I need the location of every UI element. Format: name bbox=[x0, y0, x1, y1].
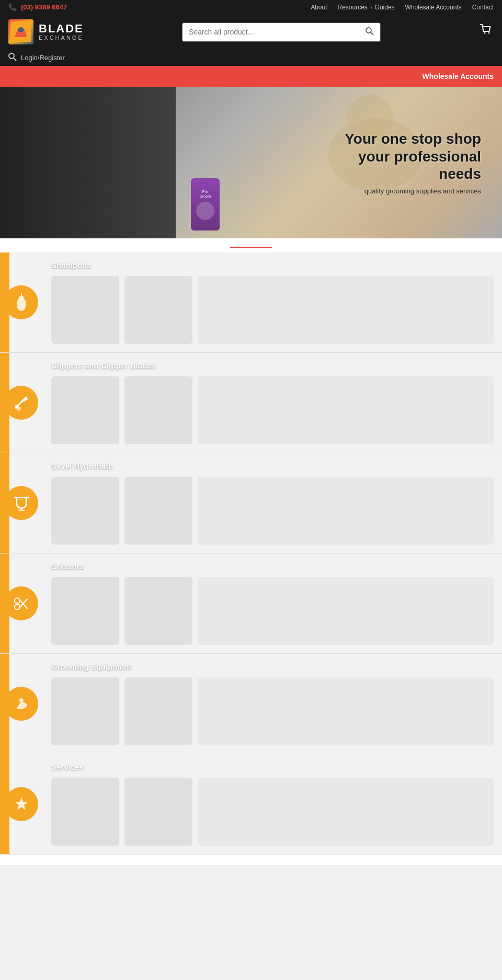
cart-icon[interactable] bbox=[479, 23, 494, 41]
svg-point-20 bbox=[15, 598, 20, 603]
logo-svg bbox=[10, 21, 31, 42]
divider-line bbox=[230, 247, 272, 248]
categories-section: Shampoos Clippers and Clipper Blades bbox=[0, 238, 502, 865]
services-card-wide[interactable] bbox=[198, 778, 494, 846]
grooming-icon bbox=[12, 694, 31, 714]
shampoos-cards bbox=[51, 276, 494, 344]
svg-point-21 bbox=[15, 604, 20, 609]
top-bar: 📞 (03) 9369 6647 About Resources + Guide… bbox=[0, 0, 502, 14]
wholesale-label[interactable]: Wholesale Accounts bbox=[423, 72, 494, 80]
scissors-card-1[interactable] bbox=[51, 577, 119, 645]
top-bar-left: 📞 (03) 9369 6647 bbox=[8, 3, 67, 11]
hydrobath-title: Savel Hydrobath bbox=[51, 462, 494, 470]
phone-number[interactable]: (03) 9369 6647 bbox=[21, 3, 67, 11]
category-circle-grooming[interactable] bbox=[4, 687, 38, 721]
shampoos-title: Shampoos bbox=[51, 261, 494, 270]
login-register-link[interactable]: Login/Register bbox=[21, 54, 65, 62]
shampoos-card-wide[interactable] bbox=[198, 276, 494, 344]
svg-point-5 bbox=[484, 32, 486, 34]
category-content-clippers: Clippers and Clipper Blades bbox=[36, 353, 502, 453]
category-row-scissors: Scissors bbox=[0, 554, 502, 654]
category-content-shampoos: Shampoos bbox=[36, 252, 502, 352]
category-row-hydrobath: Savel Hydrobath bbox=[0, 453, 502, 554]
hydrobath-card-1[interactable] bbox=[51, 477, 119, 545]
services-title: Services bbox=[51, 763, 494, 771]
svg-line-4 bbox=[371, 32, 373, 35]
svg-point-3 bbox=[366, 28, 371, 33]
brand-sub: EXCHANGE bbox=[39, 34, 84, 41]
search-bar bbox=[182, 22, 381, 42]
search-input[interactable] bbox=[182, 24, 359, 40]
wholesale-banner: Wholesale Accounts bbox=[0, 66, 502, 87]
circle-container-shampoos bbox=[9, 252, 36, 352]
grooming-title: Grooming Equipment bbox=[51, 662, 494, 671]
category-circle-services[interactable] bbox=[4, 787, 38, 821]
brand-name: BLADE bbox=[39, 23, 84, 34]
shampoos-icon bbox=[12, 293, 31, 313]
hydrobath-cards bbox=[51, 477, 494, 545]
scissors-card-wide[interactable] bbox=[198, 577, 494, 645]
scissors-cards bbox=[51, 577, 494, 645]
category-content-grooming: Grooming Equipment bbox=[36, 654, 502, 754]
auth-bar: Login/Register bbox=[0, 50, 502, 66]
services-cards bbox=[51, 778, 494, 846]
grooming-cards bbox=[51, 677, 494, 745]
search-submit-button[interactable] bbox=[359, 23, 380, 41]
mini-search-icon[interactable] bbox=[8, 53, 17, 63]
hydrobath-card-2[interactable] bbox=[124, 477, 192, 545]
category-row-services: Services bbox=[0, 754, 502, 855]
hydrobath-icon bbox=[12, 493, 31, 513]
hero-subtext: quality grooming supplies and services bbox=[345, 187, 481, 195]
nav-contact[interactable]: Contact bbox=[472, 4, 494, 11]
hero-section: ProGroom Your one stop shop your profess… bbox=[0, 87, 502, 238]
svg-point-7 bbox=[9, 53, 14, 59]
search-icon bbox=[366, 27, 374, 36]
clippers-card-2[interactable] bbox=[124, 376, 192, 444]
category-row-grooming-equipment: Grooming Equipment bbox=[0, 654, 502, 754]
circle-container-grooming bbox=[9, 654, 36, 754]
services-card-2[interactable] bbox=[124, 778, 192, 846]
svg-marker-26 bbox=[15, 797, 28, 810]
clippers-card-1[interactable] bbox=[51, 376, 119, 444]
circle-container-scissors bbox=[9, 554, 36, 653]
category-row-clippers: Clippers and Clipper Blades bbox=[0, 353, 502, 453]
hero-product: ProGroom bbox=[191, 178, 220, 230]
svg-line-8 bbox=[14, 58, 16, 61]
grooming-card-2[interactable] bbox=[124, 677, 192, 745]
shampoos-card-2[interactable] bbox=[124, 276, 192, 344]
header: BLADE EXCHANGE bbox=[0, 14, 502, 50]
category-row-shampoos: Shampoos bbox=[0, 252, 502, 353]
circle-container-clippers bbox=[9, 353, 36, 453]
category-circle-clippers[interactable] bbox=[4, 386, 38, 420]
hero-heading: Your one stop shop your professional nee… bbox=[345, 130, 481, 183]
category-circle-hydrobath[interactable] bbox=[4, 486, 38, 520]
nav-resources[interactable]: Resources + Guides bbox=[338, 4, 395, 11]
hydrobath-card-wide[interactable] bbox=[198, 477, 494, 545]
grooming-card-wide[interactable] bbox=[198, 677, 494, 745]
category-circle-scissors[interactable] bbox=[4, 586, 38, 620]
svg-point-6 bbox=[488, 32, 490, 34]
section-divider bbox=[0, 238, 502, 252]
scissors-card-2[interactable] bbox=[124, 577, 192, 645]
category-content-scissors: Scissors bbox=[36, 554, 502, 653]
clippers-title: Clippers and Clipper Blades bbox=[51, 361, 494, 370]
svg-point-2 bbox=[18, 27, 24, 32]
nav-wholesale[interactable]: Wholesale Accounts bbox=[405, 4, 462, 11]
hero-text: Your one stop shop your professional nee… bbox=[324, 120, 502, 205]
clippers-card-wide[interactable] bbox=[198, 376, 494, 444]
category-circle-shampoos[interactable] bbox=[4, 285, 38, 319]
svg-point-16 bbox=[17, 407, 21, 411]
category-content-services: Services bbox=[36, 754, 502, 854]
services-card-1[interactable] bbox=[51, 778, 119, 846]
logo-area: BLADE EXCHANGE bbox=[8, 19, 84, 44]
svg-rect-13 bbox=[19, 296, 24, 300]
phone-icon: 📞 bbox=[8, 3, 17, 11]
scissors-icon bbox=[12, 594, 31, 614]
shampoos-card-1[interactable] bbox=[51, 276, 119, 344]
circle-container-services bbox=[9, 754, 36, 854]
cart-svg bbox=[479, 23, 494, 38]
clippers-cards bbox=[51, 376, 494, 444]
grooming-card-1[interactable] bbox=[51, 677, 119, 745]
clippers-icon bbox=[12, 393, 31, 413]
nav-about[interactable]: About bbox=[311, 4, 327, 11]
